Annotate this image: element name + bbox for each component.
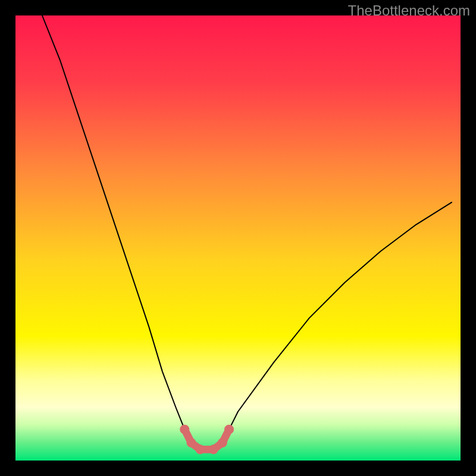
trough-marker-dot	[186, 438, 196, 447]
trough-marker-dot	[224, 425, 234, 434]
trough-marker-dot	[209, 444, 218, 454]
trough-marker-dot	[218, 438, 227, 447]
bottleneck-chart	[0, 0, 476, 476]
chart-container: TheBottleneck.com	[0, 0, 476, 476]
watermark-text: TheBottleneck.com	[348, 2, 470, 19]
trough-marker-dot	[195, 444, 205, 454]
trough-marker-dot	[180, 425, 189, 434]
gradient-background	[15, 15, 461, 461]
